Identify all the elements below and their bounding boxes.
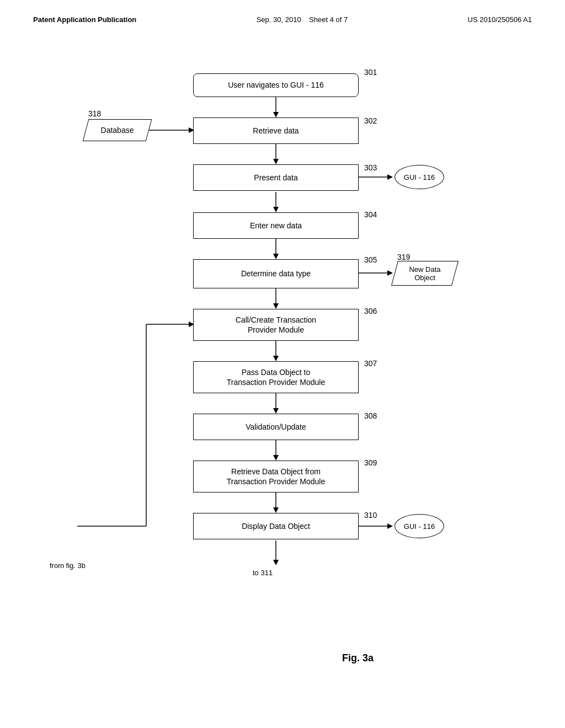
- ref-303: 303: [364, 163, 377, 172]
- header-patent-number: US 2010/250506 A1: [468, 15, 532, 24]
- svg-marker-23: [387, 174, 393, 180]
- box-306: Call/Create Transaction Provider Module: [193, 309, 359, 341]
- ref-308: 308: [364, 411, 377, 420]
- svg-marker-19: [273, 560, 279, 565]
- new-data-object-shape: New Data Object: [395, 261, 455, 286]
- svg-marker-13: [273, 408, 279, 414]
- figure-label: Fig. 3a: [342, 652, 374, 664]
- svg-marker-25: [387, 270, 393, 276]
- svg-marker-17: [273, 507, 279, 513]
- diagram-area: User navigates to GUI - 116 301 Retrieve…: [0, 35, 565, 697]
- header-sheet: Sheet 4 of 7: [309, 15, 348, 24]
- ref-318: 318: [88, 109, 101, 118]
- new-data-object-label: New Data Object: [409, 265, 440, 282]
- header-date-sheet: Sep. 30, 2010 Sheet 4 of 7: [257, 15, 348, 24]
- svg-marker-7: [273, 254, 279, 259]
- ref-304: 304: [364, 210, 377, 219]
- header-publication: Patent Application Publication: [33, 15, 136, 24]
- ref-302: 302: [364, 116, 377, 125]
- database-shape: Database: [86, 119, 149, 141]
- box-307: Pass Data Object to Transaction Provider…: [193, 361, 359, 393]
- gui-116-top-label: GUI - 116: [404, 173, 435, 181]
- box-308: Validation/Update: [193, 414, 359, 440]
- ref-301: 301: [364, 68, 377, 77]
- ref-306: 306: [364, 307, 377, 315]
- ref-307: 307: [364, 359, 377, 368]
- ref-309: 309: [364, 458, 377, 467]
- svg-marker-11: [273, 356, 279, 361]
- box-302: Retrieve data: [193, 117, 359, 144]
- header-date: Sep. 30, 2010: [257, 15, 301, 24]
- box-309: Retrieve Data Object from Transaction Pr…: [193, 461, 359, 493]
- gui-116-bottom-label: GUI - 116: [404, 522, 435, 531]
- page: Patent Application Publication Sep. 30, …: [0, 0, 565, 728]
- from-fig-label: from fig. 3b: [50, 561, 86, 570]
- gui-116-top: GUI - 116: [395, 165, 444, 189]
- svg-marker-1: [273, 112, 279, 117]
- database-label: Database: [101, 126, 134, 135]
- ref-305: 305: [364, 255, 377, 264]
- page-header: Patent Application Publication Sep. 30, …: [0, 0, 565, 29]
- svg-marker-27: [387, 523, 393, 529]
- svg-marker-15: [273, 455, 279, 461]
- ref-319: 319: [397, 253, 410, 261]
- box-310: Display Data Object: [193, 513, 359, 539]
- box-301: User navigates to GUI - 116: [193, 73, 359, 97]
- gui-116-bottom: GUI - 116: [395, 514, 444, 538]
- ref-310: 310: [364, 511, 377, 520]
- box-303: Present data: [193, 164, 359, 191]
- svg-marker-9: [273, 303, 279, 309]
- box-305: Determine data type: [193, 259, 359, 288]
- box-304: Enter new data: [193, 212, 359, 239]
- svg-marker-5: [273, 207, 279, 212]
- svg-marker-3: [273, 159, 279, 164]
- to-label: to 311: [253, 569, 273, 577]
